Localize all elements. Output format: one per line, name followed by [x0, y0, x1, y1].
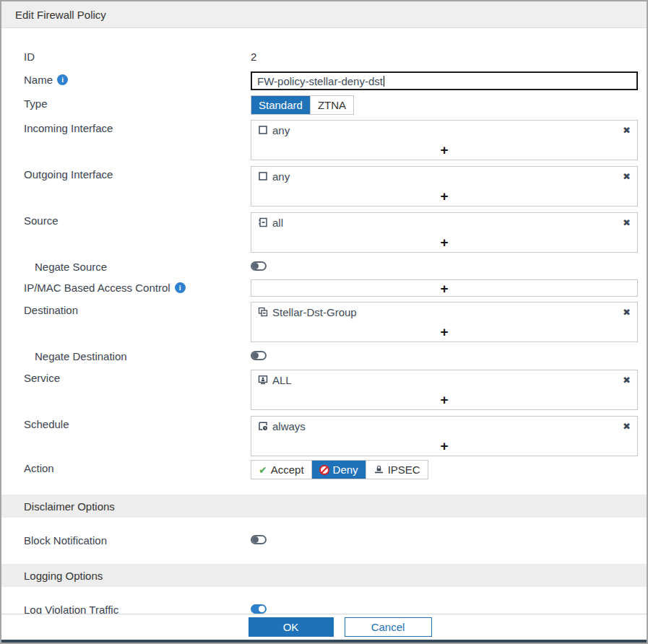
- action-option-deny[interactable]: Deny: [311, 461, 366, 479]
- service-selector: ALL ✖ +: [251, 370, 638, 410]
- ip-mac-selector: +: [251, 279, 638, 297]
- add-icon: +: [440, 282, 448, 295]
- source-entry[interactable]: all ✖: [251, 213, 637, 232]
- action-option-ipsec[interactable]: IPSEC: [366, 461, 428, 479]
- type-option-ztna[interactable]: ZTNA: [310, 96, 353, 114]
- destination-add-button[interactable]: +: [251, 321, 637, 341]
- destination-label: Destination: [24, 302, 251, 316]
- action-segmented-control: ✔ Accept Deny: [251, 460, 428, 479]
- type-option-standard[interactable]: Standard: [251, 96, 310, 114]
- negate-destination-toggle[interactable]: [251, 351, 267, 360]
- incoming-interface-add-button[interactable]: +: [251, 139, 637, 160]
- text-caret: [384, 76, 384, 87]
- row-incoming-interface: Incoming Interface any ✖ +: [1, 120, 647, 160]
- row-destination: Destination Stellar-Dst-Group ✖: [1, 302, 647, 342]
- entry-name: always: [272, 420, 306, 432]
- remove-entry-icon[interactable]: ✖: [623, 218, 631, 227]
- add-icon: +: [440, 439, 448, 453]
- incoming-interface-label: Incoming Interface: [24, 120, 251, 134]
- entry-name: Stellar-Dst-Group: [272, 306, 357, 318]
- dialog-title: Edit Firewall Policy: [15, 9, 106, 21]
- service-entry[interactable]: ALL ✖: [251, 370, 637, 389]
- outgoing-interface-label: Outgoing Interface: [24, 166, 251, 180]
- ip-mac-access-control-label: IP/MAC Based Access Control i: [24, 279, 251, 294]
- section-title: Disclaimer Options: [24, 500, 115, 513]
- name-info-icon[interactable]: i: [57, 74, 68, 85]
- toggle-knob: [259, 606, 265, 612]
- log-violation-traffic-toggle[interactable]: [251, 604, 267, 614]
- toggle-knob: [252, 263, 259, 269]
- ipsec-lock-icon: [373, 465, 384, 474]
- row-service: Service ALL ✖: [1, 370, 647, 410]
- id-label: ID: [24, 48, 251, 63]
- ip-mac-info-icon[interactable]: i: [175, 282, 186, 293]
- service-add-button[interactable]: +: [251, 389, 637, 409]
- section-title: Logging Options: [24, 570, 103, 582]
- negate-destination-label: Negate Destination: [24, 348, 251, 362]
- source-add-button[interactable]: +: [251, 232, 637, 252]
- destination-selector: Stellar-Dst-Group ✖ +: [251, 302, 638, 342]
- destination-entry[interactable]: Stellar-Dst-Group ✖: [251, 303, 637, 321]
- block-notification-label: Block Notification: [24, 532, 251, 547]
- incoming-interface-entry[interactable]: any ✖: [251, 121, 637, 139]
- remove-entry-icon[interactable]: ✖: [623, 308, 631, 317]
- row-negate-destination: Negate Destination: [1, 348, 647, 362]
- add-icon: +: [440, 325, 448, 339]
- accept-check-icon: ✔: [259, 465, 267, 475]
- remove-entry-icon[interactable]: ✖: [623, 172, 631, 181]
- outgoing-interface-add-button[interactable]: +: [251, 186, 637, 206]
- type-label: Type: [24, 95, 251, 110]
- negate-source-label: Negate Source: [24, 258, 251, 273]
- schedule-entry[interactable]: always ✖: [251, 417, 637, 435]
- add-icon: +: [440, 235, 448, 249]
- row-outgoing-interface: Outgoing Interface any ✖ +: [1, 166, 647, 206]
- address-icon: [258, 217, 268, 227]
- ok-button[interactable]: OK: [249, 617, 334, 637]
- block-notification-toggle[interactable]: [251, 535, 267, 544]
- row-type: Type Standard ZTNA: [1, 95, 647, 115]
- policy-form: ID 2 Name i FW-policy-stellar-deny-dst T…: [1, 28, 647, 616]
- remove-entry-icon[interactable]: ✖: [623, 126, 631, 135]
- dialog-footer: OK Cancel: [1, 614, 647, 640]
- name-label: Name i: [24, 71, 251, 86]
- entry-name: ALL: [272, 374, 292, 386]
- add-icon: +: [440, 393, 448, 406]
- outgoing-interface-selector: any ✖ +: [251, 166, 638, 206]
- dialog-bottom-accent-bar: [1, 640, 647, 643]
- entry-name: any: [272, 170, 290, 183]
- action-label: Action: [24, 460, 251, 474]
- row-id: ID 2: [1, 48, 647, 63]
- negate-source-toggle[interactable]: [251, 261, 267, 271]
- ip-mac-add-button[interactable]: +: [251, 280, 637, 296]
- remove-entry-icon[interactable]: ✖: [623, 375, 631, 385]
- name-input-value: FW-policy-stellar-deny-dst: [257, 75, 383, 87]
- service-icon: [258, 375, 268, 385]
- entry-name: all: [272, 217, 283, 229]
- toggle-knob: [252, 536, 259, 543]
- schedule-add-button[interactable]: +: [251, 435, 637, 456]
- row-name: Name i FW-policy-stellar-deny-dst: [1, 71, 647, 90]
- id-value: 2: [251, 48, 638, 63]
- row-source: Source all ✖: [1, 212, 647, 253]
- remove-entry-icon[interactable]: ✖: [623, 422, 631, 431]
- address-group-icon: [258, 307, 268, 317]
- schedule-selector: always ✖ +: [251, 416, 638, 456]
- name-input[interactable]: FW-policy-stellar-deny-dst: [251, 71, 638, 90]
- cancel-button[interactable]: Cancel: [345, 617, 432, 637]
- outgoing-interface-entry[interactable]: any ✖: [251, 167, 637, 186]
- interface-icon: [258, 171, 268, 181]
- schedule-icon: [258, 421, 268, 431]
- add-icon: +: [440, 143, 448, 157]
- row-block-notification: Block Notification: [1, 532, 647, 547]
- schedule-label: Schedule: [24, 416, 251, 430]
- toggle-knob: [252, 352, 259, 359]
- row-schedule: Schedule always ✖: [1, 416, 647, 456]
- section-disclaimer-options: Disclaimer Options: [1, 495, 647, 518]
- action-option-accept[interactable]: ✔ Accept: [251, 461, 311, 479]
- row-ip-mac-access-control: IP/MAC Based Access Control i +: [1, 279, 647, 297]
- interface-icon: [258, 125, 268, 135]
- incoming-interface-selector: any ✖ +: [251, 120, 638, 160]
- source-selector: all ✖ +: [251, 212, 638, 253]
- dialog-titlebar: Edit Firewall Policy: [1, 1, 647, 28]
- service-label: Service: [24, 370, 251, 384]
